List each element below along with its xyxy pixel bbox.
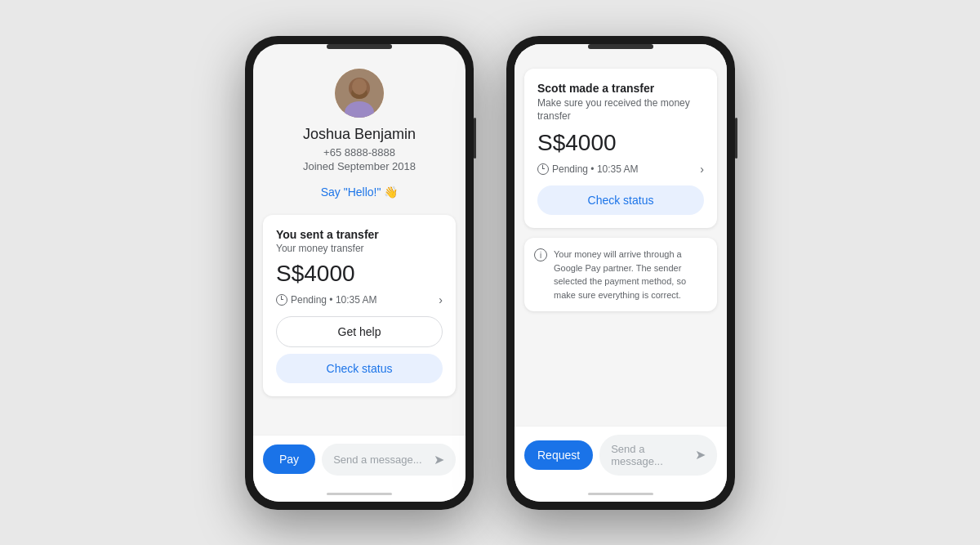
- send-icon-2: ➤: [695, 447, 706, 462]
- phone-notch-2: [588, 44, 653, 49]
- phone-notch-1: [327, 44, 392, 49]
- info-icon: i: [534, 248, 547, 261]
- send-icon-1: ➤: [434, 452, 444, 467]
- bottom-bar-2: Request Send a message... ➤: [514, 426, 727, 487]
- home-bar-1: [327, 493, 392, 495]
- chevron-right-icon: ›: [439, 293, 443, 306]
- avatar: [335, 69, 384, 118]
- user-phone: +65 8888-8888: [323, 146, 395, 159]
- check-status-button-1[interactable]: Check status: [276, 354, 443, 383]
- message-input-2[interactable]: Send a message... ➤: [599, 435, 717, 476]
- received-status-left: Pending • 10:35 AM: [537, 163, 639, 175]
- phone1-content: Joshua Benjamin +65 8888-8888 Joined Sep…: [253, 44, 466, 435]
- card-status-row: Pending • 10:35 AM ›: [276, 293, 443, 306]
- info-note: i Your money will arrive through a Googl…: [524, 238, 717, 311]
- user-joined: Joined September 2018: [303, 160, 416, 172]
- status-text: Pending • 10:35 AM: [291, 294, 377, 306]
- phone-screen-1: Joshua Benjamin +65 8888-8888 Joined Sep…: [253, 44, 466, 502]
- pay-button[interactable]: Pay: [263, 444, 315, 474]
- clock-icon-2: [537, 163, 549, 175]
- info-text: Your money will arrive through a Google …: [554, 248, 707, 302]
- check-status-button-2[interactable]: Check status: [537, 185, 704, 215]
- received-status-row: Pending • 10:35 AM ›: [537, 163, 704, 176]
- home-bar-2: [588, 493, 653, 495]
- received-card-title: Scott made a transfer: [537, 82, 704, 95]
- chevron-right-icon-2: ›: [700, 163, 704, 176]
- side-button-1: [474, 118, 476, 159]
- message-input-1[interactable]: Send a message... ➤: [322, 444, 456, 476]
- card-subtitle: Your money transfer: [276, 243, 443, 254]
- home-indicator-2: [514, 487, 727, 502]
- phone-2: Scott made a transfer Make sure you rece…: [506, 36, 735, 510]
- clock-icon: [276, 294, 287, 306]
- message-placeholder-1: Send a message...: [333, 453, 421, 466]
- say-hello-link[interactable]: Say "Hello!" 👋: [321, 185, 399, 199]
- message-placeholder-2: Send a message...: [611, 443, 695, 467]
- get-help-button[interactable]: Get help: [276, 316, 443, 347]
- received-card: Scott made a transfer Make sure you rece…: [524, 69, 717, 229]
- request-button[interactable]: Request: [524, 440, 593, 470]
- side-button-2: [735, 118, 737, 159]
- user-name: Joshua Benjamin: [303, 126, 416, 143]
- transfer-card: You sent a transfer Your money transfer …: [263, 215, 456, 396]
- card-title: You sent a transfer: [276, 228, 443, 241]
- received-card-subtitle: Make sure you received the money transfe…: [537, 96, 704, 124]
- received-status-text: Pending • 10:35 AM: [552, 163, 639, 175]
- received-card-amount: S$4000: [537, 130, 704, 156]
- bottom-bar-1: Pay Send a message... ➤: [253, 435, 466, 487]
- status-left: Pending • 10:35 AM: [276, 294, 377, 306]
- svg-point-4: [352, 78, 367, 95]
- card-amount: S$4000: [276, 261, 443, 287]
- home-indicator-1: [253, 487, 466, 502]
- phone-1: Joshua Benjamin +65 8888-8888 Joined Sep…: [245, 36, 474, 510]
- phone2-content: Scott made a transfer Make sure you rece…: [514, 44, 727, 426]
- phone-screen-2: Scott made a transfer Make sure you rece…: [514, 44, 727, 502]
